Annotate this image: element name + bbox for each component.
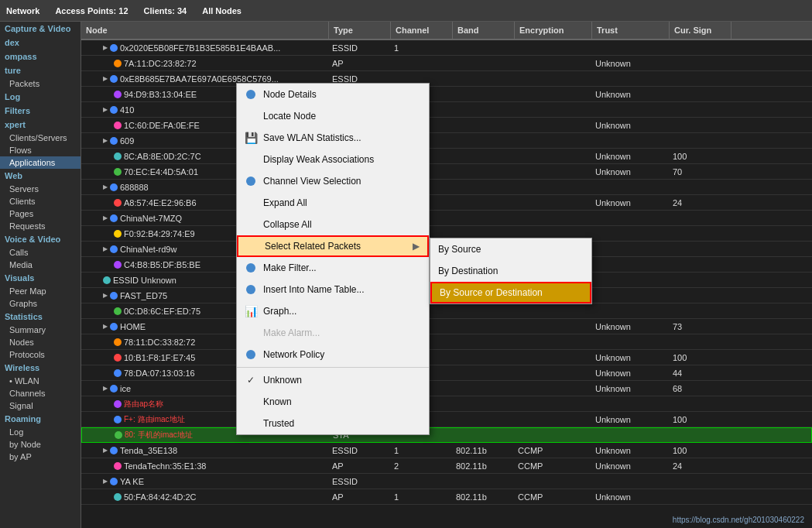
expand-icon[interactable]: ▶ (103, 385, 108, 392)
expand-icon[interactable]: ▶ (103, 447, 108, 454)
sidebar-section-log[interactable]: Log (0, 90, 81, 104)
menu-item-label: Trusted (263, 418, 294, 429)
expand-icon[interactable]: ▶ (103, 292, 108, 299)
sidebar: Capture & VideodexompassturePacketsLogFi… (0, 22, 81, 528)
menu-item-graph[interactable]: 📊Graph... (237, 300, 429, 322)
table-row[interactable]: 1C:60:DE:FA:0E:FEAPUnknown (81, 118, 812, 133)
submenu-arrow-icon: ▶ (413, 241, 420, 252)
expand-icon[interactable]: ▶ (103, 44, 108, 51)
expand-icon[interactable]: ▶ (103, 323, 108, 330)
svg-point-1 (246, 177, 255, 186)
sidebar-section-ture[interactable]: ture (0, 63, 81, 77)
sidebar-item-servers[interactable]: Servers (0, 183, 81, 195)
sidebar-item-requests[interactable]: Requests (0, 220, 81, 232)
menu-item-unknown[interactable]: ✓Unknown (237, 369, 429, 391)
expand-icon[interactable]: ▶ (103, 183, 108, 190)
table-row[interactable]: F+: 路由imac地址Unknown100 (81, 412, 812, 427)
expand-icon[interactable]: ▶ (103, 75, 108, 82)
sidebar-section-statistics[interactable]: Statistics (0, 310, 81, 324)
table-row[interactable]: ▶0xE8B685E7BAA7E697A0E6958C5769...ESSID (81, 71, 812, 87)
sidebar-section-xpert[interactable]: xpert (0, 118, 81, 132)
menu-item-save-wlan-statistics[interactable]: 💾Save WLAN Statistics... (237, 127, 429, 149)
sidebar-item-media[interactable]: Media (0, 259, 81, 271)
context-menu[interactable]: Node DetailsLocate Node💾Save WLAN Statis… (236, 83, 430, 435)
table-row[interactable]: 50:FA:84:42:4D:2CAP1802.11bCCMPUnknown (81, 489, 812, 505)
expand-icon[interactable]: ▶ (103, 106, 108, 113)
menu-item-expand-all[interactable]: Expand All (237, 192, 429, 214)
sidebar-item-clients/servers[interactable]: Clients/Servers (0, 132, 81, 144)
submenu-item-by-destination[interactable]: By Destination (430, 260, 591, 282)
all-nodes-label: All Nodes (202, 6, 242, 15)
sidebar-item-pages[interactable]: Pages (0, 207, 81, 220)
menu-item-select-related-packets[interactable]: Select Related Packets▶ (237, 235, 429, 257)
sidebar-item-protocols[interactable]: Protocols (0, 348, 81, 361)
table-row[interactable]: ▶Tenda_35E138ESSID1802.11bCCMPUnknown100 (81, 443, 812, 458)
table-row[interactable]: 78:DA:07:13:03:16STAUnknown44 (81, 365, 812, 381)
sidebar-item-clients[interactable]: Clients (0, 195, 81, 207)
node-dot-icon (115, 431, 122, 439)
menu-item-icon (245, 327, 257, 339)
sidebar-section-dex[interactable]: dex (0, 36, 81, 50)
table-row[interactable]: ▶410ESSID (81, 102, 812, 118)
sidebar-item-log[interactable]: Log (0, 426, 81, 438)
sidebar-item-by-ap[interactable]: by AP (0, 451, 81, 463)
sidebar-item-nodes[interactable]: Nodes (0, 336, 81, 348)
sidebar-section-roaming[interactable]: Roaming (0, 412, 81, 426)
table-row[interactable]: A8:57:4E:E2:96:B6APUnknown24 (81, 195, 812, 211)
menu-item-locate-node[interactable]: Locate Node (237, 105, 429, 127)
table-row[interactable]: 80: 手机的imac地址STA (81, 427, 812, 443)
menu-item-collapse-all[interactable]: Collapse All (237, 214, 429, 235)
submenu[interactable]: By SourceBy DestinationBy Source or Dest… (430, 238, 592, 304)
sidebar-item-packets[interactable]: Packets (0, 77, 81, 90)
sidebar-section-capture--video[interactable]: Capture & Video (0, 22, 81, 36)
table-row[interactable]: ▶ChinaNet-7MZQESSID (81, 211, 812, 226)
table-row[interactable]: ▶0x2020E5B08FE7B1B3E585B1E4BAAB...ESSID1 (81, 40, 812, 56)
table-row[interactable]: 78:11:DC:33:82:72AP (81, 334, 812, 350)
expand-icon[interactable]: ▶ (103, 245, 108, 252)
sidebar-item-flows[interactable]: Flows (0, 144, 81, 156)
menu-item-make-filter[interactable]: Make Filter... (237, 257, 429, 279)
menu-item-insert-into-name-table[interactable]: Insert Into Name Table... (237, 279, 429, 300)
sidebar-item-graphs[interactable]: Graphs (0, 297, 81, 310)
sidebar-section-visuals[interactable]: Visuals (0, 271, 81, 285)
table-row[interactable]: 70:EC:E4:4D:5A:01STAUnknown70 (81, 164, 812, 180)
menu-item-trusted[interactable]: Trusted (237, 413, 429, 434)
sidebar-item-peer-map[interactable]: Peer Map (0, 285, 81, 297)
table-row[interactable]: 8C:AB:8E:0D:2C:7CAPUnknown100 (81, 149, 812, 164)
expand-icon[interactable]: ▶ (103, 478, 108, 485)
table-row[interactable]: ▶HOMEESSIDUnknown73 (81, 319, 812, 334)
sidebar-item-wlan[interactable]: • WLAN (0, 375, 81, 387)
expand-icon[interactable]: ▶ (103, 137, 108, 144)
sidebar-item-channels[interactable]: Channels (0, 387, 81, 399)
table-row[interactable]: 10:B1:F8:1F:E7:45STAUnknown100 (81, 350, 812, 365)
table-row[interactable]: ▶iceESSIDUnknown68 (81, 381, 812, 396)
sidebar-item-by-node[interactable]: by Node (0, 438, 81, 451)
submenu-item-by-source[interactable]: By Source (430, 238, 591, 260)
table-body[interactable]: ▶0x2020E5B08FE7B1B3E585B1E4BAAB...ESSID1… (81, 40, 812, 528)
table-row[interactable]: ▶YA KEESSID (81, 474, 812, 489)
sidebar-section-wireless[interactable]: Wireless (0, 361, 81, 375)
sidebar-item-signal[interactable]: Signal (0, 399, 81, 412)
submenu-item-by-source-or-destination[interactable]: By Source or Destination (430, 282, 591, 303)
table-row[interactable]: ▶688888ESSID (81, 180, 812, 195)
sidebar-section-filters[interactable]: Filters (0, 104, 81, 118)
table-row[interactable]: ▶609ESSID (81, 133, 812, 149)
table-row[interactable]: 94:D9:B3:13:04:EEAPUnknown (81, 87, 812, 102)
expand-icon[interactable]: ▶ (103, 214, 108, 221)
menu-item-channel-view-selection[interactable]: Channel View Selection (237, 170, 429, 192)
table-row[interactable]: 0C:D8:6C:EF:ED:75AP (81, 303, 812, 319)
table-row[interactable]: TendaTechn:35:E1:38AP2802.11bCCMPUnknown… (81, 458, 812, 474)
sidebar-section-web[interactable]: Web (0, 169, 81, 183)
menu-item-node-details[interactable]: Node Details (237, 84, 429, 105)
col-node: Node (81, 22, 329, 39)
sidebar-item-applications[interactable]: Applications (0, 156, 81, 169)
sidebar-item-calls[interactable]: Calls (0, 246, 81, 259)
sidebar-section-ompass[interactable]: ompass (0, 50, 81, 63)
menu-item-known[interactable]: Known (237, 391, 429, 413)
menu-item-network-policy[interactable]: Network Policy (237, 344, 429, 365)
sidebar-item-summary[interactable]: Summary (0, 324, 81, 336)
table-row[interactable]: 7A:11:DC:23:82:72APUnknown (81, 56, 812, 71)
menu-item-display-weak-associations[interactable]: Display Weak Associations (237, 149, 429, 170)
sidebar-section-voice--video[interactable]: Voice & Video (0, 232, 81, 246)
table-row[interactable]: 路由ap名称 (81, 396, 812, 412)
